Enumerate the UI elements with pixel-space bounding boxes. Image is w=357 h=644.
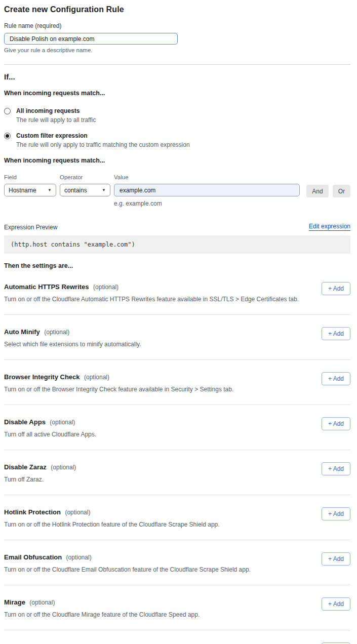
radio-all-incoming-desc: The rule will apply to all traffic xyxy=(16,116,96,124)
chevron-down-icon: ▼ xyxy=(102,188,106,192)
setting-optional-tag: (optional) xyxy=(93,284,118,291)
field-select[interactable]: Hostname ▼ xyxy=(4,184,56,196)
add-setting-button[interactable]: + Add xyxy=(322,282,350,295)
builder-heading: When incoming requests match... xyxy=(4,157,350,164)
setting-optional-tag: (optional) xyxy=(50,419,75,426)
setting-optional-tag: (optional) xyxy=(84,374,109,381)
setting-optional-tag: (optional) xyxy=(51,464,76,471)
setting-optional-tag: (optional) xyxy=(65,509,90,516)
setting-title: Email Obfuscation xyxy=(4,553,62,561)
setting-row: Hotlink Protection (optional) Turn on or… xyxy=(4,495,350,540)
setting-title: Disable Zaraz xyxy=(4,463,47,471)
operator-select-value: contains xyxy=(64,187,87,194)
value-help: e.g. example.com xyxy=(114,200,300,207)
setting-description: Turn on or off the Browser Integrity Che… xyxy=(4,386,311,393)
setting-title: Auto Minify xyxy=(4,328,40,336)
expression-preview-label: Expression Preview xyxy=(4,224,57,231)
setting-row: Opportunistic Encryption (optional) Turn… xyxy=(4,630,350,644)
incoming-match-heading: When incoming requests match... xyxy=(4,90,350,97)
radio-custom-filter-expression[interactable]: Custom filter expression The rule will o… xyxy=(4,132,350,148)
setting-description: Turn off all active Cloudflare Apps. xyxy=(4,431,311,438)
settings-list: Automatic HTTPS Rewrites (optional) Turn… xyxy=(4,269,350,644)
value-label: Value xyxy=(114,174,300,180)
setting-title: Automatic HTTPS Rewrites xyxy=(4,283,89,291)
rule-name-help: Give your rule a descriptive name. xyxy=(4,47,350,53)
setting-title: Hotlink Protection xyxy=(4,508,61,516)
radio-all-incoming-label: All incoming requests xyxy=(16,107,96,114)
setting-row: Disable Zaraz (optional) Turn off Zaraz.… xyxy=(4,450,350,495)
setting-optional-tag: (optional) xyxy=(44,329,69,336)
setting-description: Turn on or off the Cloudflare Mirage fea… xyxy=(4,611,311,618)
add-setting-button[interactable]: + Add xyxy=(322,507,350,520)
setting-row: Automatic HTTPS Rewrites (optional) Turn… xyxy=(4,269,350,315)
radio-custom-filter-desc: The rule will only apply to traffic matc… xyxy=(16,141,190,148)
rule-name-input[interactable] xyxy=(4,33,178,45)
setting-optional-tag: (optional) xyxy=(29,599,55,606)
expression-preview-header: Expression Preview Edit expression xyxy=(4,223,350,231)
add-setting-button[interactable]: + Add xyxy=(322,462,350,475)
setting-title: Disable Apps xyxy=(4,418,46,426)
section-divider xyxy=(4,64,350,65)
or-button[interactable]: Or xyxy=(333,185,350,197)
radio-all-incoming-requests[interactable]: All incoming requests The rule will appl… xyxy=(4,107,350,124)
setting-description: Turn off Zaraz. xyxy=(4,476,311,483)
operator-label: Operator xyxy=(60,174,110,180)
add-setting-button[interactable]: + Add xyxy=(322,552,350,566)
setting-description: Turn on or off the Cloudflare Email Obfu… xyxy=(4,566,311,573)
match-type-radio-group: All incoming requests The rule will appl… xyxy=(4,107,350,148)
setting-description: Select which file extensions to minify a… xyxy=(4,341,311,348)
setting-description: Turn on or off the Hotlink Protection fe… xyxy=(4,521,311,528)
add-setting-button[interactable]: + Add xyxy=(322,327,350,340)
setting-row: Auto Minify (optional) Select which file… xyxy=(4,315,350,360)
expression-preview-code: (http.host contains "example.com") xyxy=(4,235,350,254)
add-setting-button[interactable]: + Add xyxy=(322,372,350,385)
setting-row: Disable Apps (optional) Turn off all act… xyxy=(4,405,350,450)
setting-row: Email Obfuscation (optional) Turn on or … xyxy=(4,540,350,585)
value-input[interactable] xyxy=(114,184,300,196)
operator-select[interactable]: contains ▼ xyxy=(60,184,110,196)
chevron-down-icon: ▼ xyxy=(48,188,52,192)
radio-selected-icon[interactable] xyxy=(4,133,11,139)
if-heading: If... xyxy=(4,72,350,81)
setting-description: Turn on or off the Cloudflare Automatic … xyxy=(4,296,311,303)
edit-expression-link[interactable]: Edit expression xyxy=(309,223,350,231)
create-configuration-rule-page: Create new Configuration Rule Rule name … xyxy=(0,0,357,644)
page-title: Create new Configuration Rule xyxy=(4,5,350,14)
setting-row: Browser Integrity Check (optional) Turn … xyxy=(4,360,350,405)
setting-optional-tag: (optional) xyxy=(66,554,92,561)
radio-unselected-icon[interactable] xyxy=(4,108,11,114)
field-label: Field xyxy=(4,174,56,180)
setting-row: Mirage (optional) Turn on or off the Clo… xyxy=(4,585,350,630)
setting-title: Mirage xyxy=(4,598,25,606)
rule-name-label: Rule name (required) xyxy=(4,22,350,29)
setting-title: Browser Integrity Check xyxy=(4,373,80,381)
field-select-value: Hostname xyxy=(9,187,36,194)
radio-custom-filter-label: Custom filter expression xyxy=(16,132,190,139)
add-setting-button[interactable]: + Add xyxy=(322,417,350,430)
expression-builder-row: Field Hostname ▼ Operator contains ▼ Val… xyxy=(4,174,350,207)
rule-name-block: Rule name (required) Give your rule a de… xyxy=(4,22,350,53)
and-button[interactable]: And xyxy=(306,185,328,197)
add-setting-button[interactable]: + Add xyxy=(322,597,350,611)
then-settings-heading: Then the settings are... xyxy=(4,262,350,269)
